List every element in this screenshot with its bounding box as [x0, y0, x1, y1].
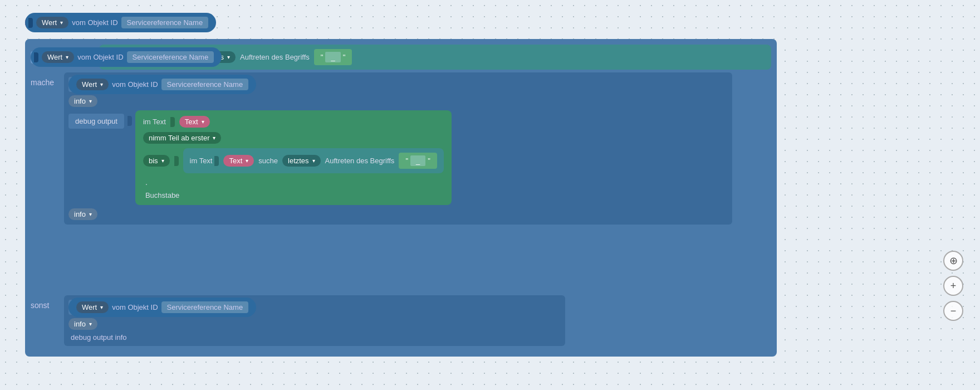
- mache-section: mache debug output Wert ▾: [25, 72, 732, 225]
- nimm-teil-label: nimm Teil ab erster: [149, 134, 210, 142]
- green-row-2: nimm Teil ab erster ▾: [143, 132, 444, 144]
- zoom-minus-btn[interactable]: −: [943, 301, 963, 321]
- teal-suche-2: suche: [258, 157, 278, 165]
- conn-4: [128, 116, 132, 126]
- debug-output-info-text: debug output info: [71, 333, 126, 342]
- debug-label-2: debug output: [75, 117, 117, 125]
- zoom-plus-btn[interactable]: +: [943, 276, 963, 296]
- green-row-5: Buchstabe: [143, 191, 444, 199]
- teal-block-2: im Text Text ▾ suche letztes ▾: [183, 148, 444, 173]
- sonst-info-pill[interactable]: info ▾: [68, 318, 97, 330]
- notch-1: [28, 18, 33, 28]
- falls-vom-objekt: vom Objekt ID: [77, 53, 123, 61]
- debug1-wert-label: Wert: [82, 80, 97, 89]
- teal-text-pill-2[interactable]: Text ▾: [223, 155, 254, 167]
- string-block-1[interactable]: " _ ": [314, 49, 352, 65]
- letztes-label: letztes: [288, 157, 309, 165]
- nimm-teil-pill[interactable]: nimm Teil ab erster ▾: [143, 132, 222, 144]
- mache-label: mache: [25, 72, 64, 87]
- green-text-label: Text: [185, 118, 198, 126]
- info-label-1: info: [74, 97, 86, 105]
- conn-7: [214, 156, 219, 166]
- sonst-label: sonst: [25, 295, 64, 310]
- info-pill-2[interactable]: info ▾: [68, 208, 97, 220]
- period-label: .: [145, 178, 148, 187]
- zoom-minus-icon: −: [950, 305, 957, 317]
- mache-frame: debug output Wert ▾ vom Objekt ID Servic…: [64, 72, 732, 225]
- sonst-debug-row: debug output Wert ▾ vom Objekt ID Servic…: [68, 300, 561, 315]
- info-pill-1[interactable]: info ▾: [68, 95, 97, 107]
- sonst-info-label: info: [74, 320, 86, 328]
- falls-row: ⚙ falls Wert ▾ vom Objekt ID Servicerefe…: [31, 45, 771, 70]
- sonst-wert-label: Wert: [82, 303, 97, 311]
- underscore-2: _: [410, 155, 425, 166]
- teal-text-label-2: Text: [229, 157, 242, 165]
- debug1-vom: vom Objekt ID: [112, 80, 158, 89]
- debug-row-2: debug output im Text Text ▾: [68, 110, 728, 205]
- info-2-wrapper: info ▾: [68, 208, 728, 220]
- green-block: im Text Text ▾ nimm Teil ab erster: [135, 110, 452, 205]
- servicereference-name-1: Servicereference Name: [121, 17, 209, 28]
- bis-pill[interactable]: bis ▾: [143, 155, 170, 167]
- green-text-pill[interactable]: Text ▾: [179, 116, 210, 128]
- falls-srvref: Servicereference Name: [127, 51, 214, 63]
- sonst-frame: debug output Wert ▾ vom Objekt ID Servic…: [64, 295, 565, 346]
- teal-im-text-2: im Text: [190, 157, 213, 165]
- buchstabe-label: Buchstabe: [145, 191, 179, 199]
- falls-frame: ⚙ falls Wert ▾ vom Objekt ID Servicerefe…: [25, 39, 777, 357]
- falls-wert-group: Wert ▾ vom Objekt ID Servicereference Na…: [31, 47, 222, 67]
- conn-6: [174, 156, 179, 166]
- zoom-plus-icon: +: [950, 280, 957, 292]
- bis-label: bis: [149, 157, 158, 165]
- sonst-wert-pill[interactable]: Wert ▾: [76, 301, 109, 313]
- green-im-text: im Text: [143, 118, 166, 126]
- string-block-2[interactable]: " _ ": [399, 153, 437, 169]
- vom-objekt-id-1: vom Objekt ID: [72, 18, 117, 27]
- green-row-1: im Text Text ▾: [143, 116, 444, 128]
- sonst-section: sonst debug output Wert ▾: [25, 295, 565, 346]
- green-row-3: bis ▾ im Text Text ▾: [143, 148, 444, 173]
- debug-row-1: debug output Wert ▾ vom Objekt ID Servic…: [68, 77, 728, 92]
- teal-auftreten-2: Auftreten des Begriffs: [325, 157, 395, 165]
- falls-wert-label: Wert: [47, 53, 62, 61]
- debug-output-2: debug output: [68, 114, 124, 129]
- info-1-wrapper: info ▾: [68, 95, 728, 107]
- wert-label-1: Wert: [42, 18, 57, 27]
- wert-pill-1[interactable]: Wert ▾: [36, 17, 68, 28]
- debug1-srvref: Servicereference Name: [161, 79, 249, 90]
- falls-wert-pill[interactable]: Wert ▾: [42, 51, 74, 63]
- auftreten-label-1: Auftreten des Begriffs: [240, 53, 310, 61]
- debug1-wert-group: Wert ▾ vom Objekt ID Servicereference Na…: [68, 75, 256, 94]
- sonst-vom: vom Objekt ID: [112, 303, 158, 311]
- debug-output-info: debug output info: [68, 333, 561, 342]
- sonst-wert-group: Wert ▾ vom Objekt ID Servicereference Na…: [68, 298, 256, 317]
- zoom-target-icon: ⊕: [949, 255, 958, 267]
- sonst-srvref: Servicereference Name: [161, 301, 249, 313]
- underscore-1: _: [325, 52, 340, 62]
- wert-group-1: Wert ▾ vom Objekt ID Servicereference Na…: [25, 13, 216, 32]
- sonst-info-wrapper: info ▾: [68, 318, 561, 330]
- green-row-4: .: [143, 178, 444, 187]
- debug1-wert-pill[interactable]: Wert ▾: [76, 79, 109, 90]
- zoom-target-btn[interactable]: ⊕: [943, 251, 963, 271]
- info-label-2: info: [74, 210, 86, 218]
- notch-falls: [34, 52, 38, 62]
- letztes-pill[interactable]: letztes ▾: [282, 155, 321, 167]
- conn-5: [170, 117, 175, 127]
